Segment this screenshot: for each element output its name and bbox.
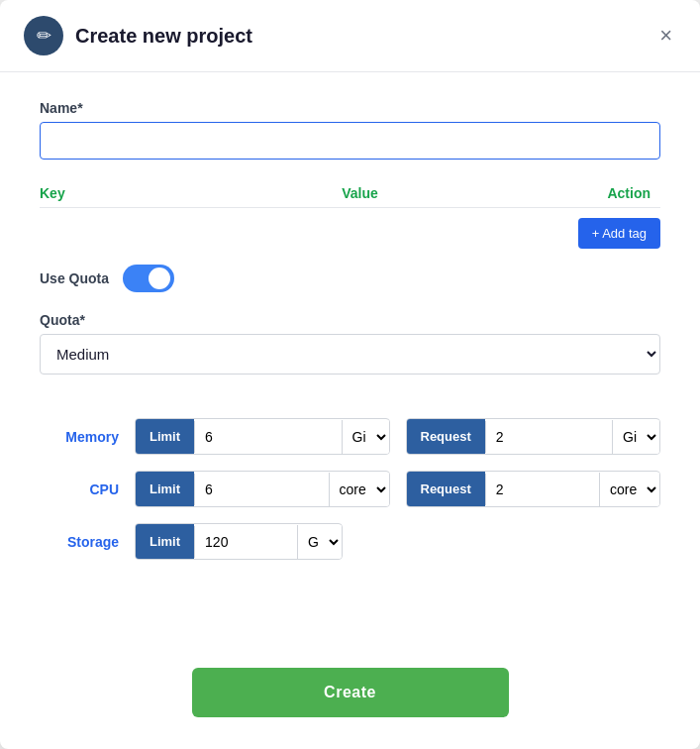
value-column-header: Value <box>198 185 522 201</box>
storage-limit-label: Limit <box>136 524 194 559</box>
memory-limit-unit[interactable]: Gi Mi Ti <box>342 420 389 454</box>
close-button[interactable]: × <box>655 21 676 51</box>
cpu-label: CPU <box>40 482 119 497</box>
resource-section: Memory Limit Gi Mi Ti Request Gi Mi <box>40 418 660 560</box>
dialog-body: Name* Key Value Action + Add tag Use Quo… <box>0 72 700 668</box>
cpu-request-control: Request core m <box>406 471 661 507</box>
header-left: ✏ Create new project <box>24 16 252 55</box>
memory-request-unit[interactable]: Gi Mi Ti <box>612 420 659 454</box>
action-column-header: Action <box>522 185 660 201</box>
edit-icon: ✏ <box>24 16 63 55</box>
use-quota-toggle[interactable] <box>123 265 174 292</box>
create-button[interactable]: Create <box>192 668 509 717</box>
storage-limit-control: Limit G T M <box>135 523 343 560</box>
memory-limit-control: Limit Gi Mi Ti <box>135 418 390 455</box>
quota-select[interactable]: Medium Small Large Custom <box>40 334 660 374</box>
memory-request-label: Request <box>407 419 485 454</box>
add-tag-row: + Add tag <box>40 218 660 249</box>
cpu-limit-label: Limit <box>136 472 194 506</box>
tags-header: Key Value Action <box>40 179 660 208</box>
name-input[interactable] <box>40 122 660 160</box>
cpu-request-input[interactable] <box>485 474 599 505</box>
quota-field-group: Quota* Medium Small Large Custom <box>40 312 660 398</box>
name-label: Name* <box>40 100 660 116</box>
cpu-request-label: Request <box>407 472 485 506</box>
storage-limit-input[interactable] <box>194 526 297 558</box>
dialog-header: ✏ Create new project × <box>0 0 700 72</box>
memory-row: Memory Limit Gi Mi Ti Request Gi Mi <box>40 418 660 455</box>
memory-limit-input[interactable] <box>194 421 341 453</box>
storage-limit-unit[interactable]: G T M <box>297 525 342 559</box>
create-project-dialog: ✏ Create new project × Name* Key Value A… <box>0 0 700 749</box>
memory-limit-label: Limit <box>136 419 194 454</box>
key-column-header: Key <box>40 185 198 201</box>
use-quota-label: Use Quota <box>40 270 109 286</box>
add-tag-button[interactable]: + Add tag <box>578 218 660 249</box>
dialog-footer: Create <box>0 668 700 749</box>
storage-row: Storage Limit G T M <box>40 523 660 560</box>
cpu-limit-input[interactable] <box>194 474 328 505</box>
cpu-limit-control: Limit core m <box>135 471 390 507</box>
cpu-request-unit[interactable]: core m <box>599 473 659 506</box>
cpu-row: CPU Limit core m Request core m <box>40 471 660 507</box>
use-quota-row: Use Quota <box>40 265 660 292</box>
memory-request-control: Request Gi Mi Ti <box>406 418 661 455</box>
memory-label: Memory <box>40 429 119 445</box>
quota-label: Quota* <box>40 312 660 328</box>
memory-request-input[interactable] <box>485 421 612 453</box>
dialog-title: Create new project <box>75 25 252 48</box>
toggle-slider <box>123 265 174 292</box>
cpu-limit-unit[interactable]: core m <box>329 473 389 506</box>
storage-label: Storage <box>40 534 119 550</box>
name-field-group: Name* <box>40 100 660 160</box>
